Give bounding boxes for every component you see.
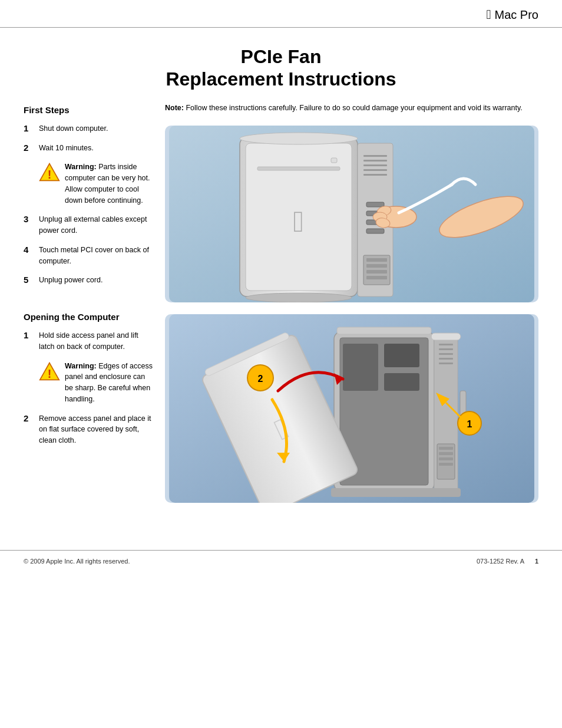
svg-text:!: !	[48, 168, 52, 181]
step-text-4: Touch metal PCI cover on back of compute…	[39, 245, 153, 267]
step-5: 5 Unplug power cord.	[24, 275, 153, 286]
header-logo:  Mac Pro	[486, 7, 538, 22]
svg-text:: 	[293, 205, 304, 238]
svg-rect-18	[366, 229, 384, 233]
step-number-4: 4	[24, 245, 34, 255]
title-line1: PCIe Fan	[241, 46, 322, 67]
svg-rect-14	[363, 174, 387, 176]
svg-rect-43	[439, 363, 453, 364]
svg-rect-36	[384, 344, 419, 367]
warning-block-1: ! Warning: Parts inside computer can be …	[39, 162, 153, 206]
svg-rect-22	[366, 258, 387, 262]
svg-rect-35	[343, 344, 378, 391]
opening-heading: Opening the Computer	[24, 312, 153, 322]
svg-rect-42	[439, 358, 453, 360]
opening-step-number-2: 2	[24, 413, 34, 423]
step-2: 2 Wait 10 minutes.	[24, 143, 153, 154]
svg-rect-12	[363, 164, 387, 166]
opening-step-text-1: Hold side access panel and lift latch on…	[39, 330, 153, 353]
title-line2: Replacement Instructions	[166, 68, 396, 90]
left-column: First Steps 1 Shut down computer. 2 Wait…	[24, 103, 165, 515]
step-3: 3 Unplug all external cables except powe…	[24, 214, 153, 236]
warning-text-2: Warning: Edges of access panel and enclo…	[65, 361, 153, 405]
svg-text:2: 2	[258, 374, 263, 384]
note-label: Note:	[165, 104, 184, 112]
header-title: Mac Pro	[495, 8, 538, 22]
document-title: PCIe Fan Replacement Instructions	[24, 28, 538, 103]
svg-text:!: !	[48, 367, 52, 380]
svg-rect-24	[366, 270, 387, 274]
step-number-5: 5	[24, 275, 34, 285]
step-number-2: 2	[24, 143, 34, 153]
page-number: 1	[535, 558, 538, 565]
step-1: 1 Shut down computer.	[24, 123, 153, 134]
note-text: Follow these instructions carefully. Fai…	[186, 104, 522, 112]
page-footer: © 2009 Apple Inc. All rights reserved. 0…	[0, 550, 562, 572]
content-area: First Steps 1 Shut down computer. 2 Wait…	[24, 103, 538, 515]
illustration-opening:  1 2	[165, 314, 538, 503]
warning-icon-2: !	[39, 361, 60, 382]
svg-rect-19	[257, 167, 340, 170]
svg-point-8	[240, 133, 358, 144]
step-text-1: Shut down computer.	[39, 123, 108, 134]
svg-rect-15	[366, 202, 384, 207]
svg-rect-49	[439, 463, 453, 466]
warning-label-2: Warning:	[65, 362, 97, 370]
svg-rect-46	[439, 447, 453, 450]
svg-rect-37	[384, 373, 419, 391]
copyright: © 2009 Apple Inc. All rights reserved.	[24, 558, 130, 565]
page-content: PCIe Fan Replacement Instructions First …	[0, 28, 562, 538]
step-text-3: Unplug all external cables except power …	[39, 214, 153, 236]
warning-text-1: Warning: Parts inside computer can be ve…	[65, 162, 153, 206]
warning-icon-1: !	[39, 162, 60, 183]
svg-rect-25	[366, 276, 387, 279]
opening-step-1: 1 Hold side access panel and lift latch …	[24, 330, 153, 353]
step-number-3: 3	[24, 214, 34, 224]
illustration-first-steps: 	[165, 126, 538, 302]
page-header:  Mac Pro	[0, 0, 562, 28]
opening-step-text-2: Remove access panel and place it on flat…	[39, 413, 153, 446]
warning-block-2: ! Warning: Edges of access panel and enc…	[39, 361, 153, 405]
apple-icon: 	[486, 7, 491, 22]
svg-rect-13	[363, 169, 387, 171]
svg-rect-11	[363, 160, 387, 162]
svg-rect-40	[439, 348, 453, 350]
warning-label-1: Warning:	[65, 163, 97, 171]
note-box: Note: Follow these instructions carefull…	[165, 103, 538, 114]
svg-rect-20	[331, 158, 337, 163]
svg-rect-41	[439, 353, 453, 355]
svg-rect-44	[431, 333, 461, 340]
svg-rect-48	[439, 457, 453, 460]
svg-rect-23	[366, 264, 387, 268]
step-text-5: Unplug power cord.	[39, 275, 103, 286]
first-steps-heading: First Steps	[24, 105, 153, 115]
svg-rect-39	[439, 344, 453, 345]
opening-step-number-1: 1	[24, 330, 34, 340]
step-text-2: Wait 10 minutes.	[39, 143, 94, 154]
opening-step-2: 2 Remove access panel and place it on fl…	[24, 413, 153, 446]
doc-number: 073-1252 Rev. A	[477, 558, 524, 565]
right-column: Note: Follow these instructions carefull…	[165, 103, 538, 515]
step-4: 4 Touch metal PCI cover on back of compu…	[24, 245, 153, 267]
svg-rect-52	[337, 327, 431, 334]
svg-rect-10	[363, 155, 387, 157]
step-number-1: 1	[24, 123, 34, 133]
doc-info: 073-1252 Rev. A 1	[477, 558, 538, 565]
svg-point-26	[246, 293, 352, 302]
svg-rect-51	[331, 488, 461, 497]
svg-text:1: 1	[467, 419, 472, 429]
svg-rect-47	[439, 452, 453, 455]
